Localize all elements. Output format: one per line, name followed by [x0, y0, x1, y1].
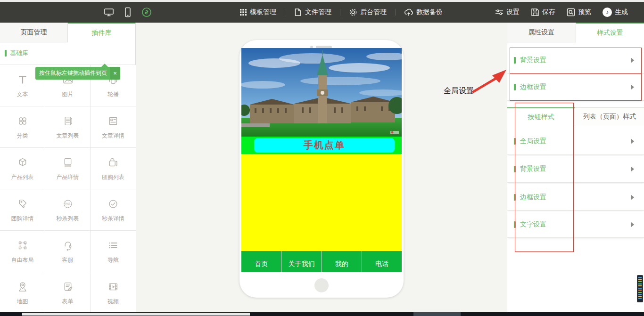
- drag-hint-tooltip: 按住鼠标左键拖动插件到页 ×: [35, 67, 120, 80]
- nav-item-about[interactable]: 关于我们: [281, 251, 321, 272]
- nav-item-home[interactable]: 首页: [241, 251, 281, 272]
- section-border-settings[interactable]: 边框设置: [507, 74, 644, 101]
- tab-button-style[interactable]: 按钮样式: [507, 107, 575, 126]
- video-icon: [106, 280, 120, 294]
- tab-label: 页面管理: [21, 28, 47, 37]
- chevron-right-icon: [631, 85, 634, 89]
- banner-button[interactable]: 手机点单: [254, 138, 395, 153]
- plugin-flashsale-list[interactable]: 秒杀 秒杀列表: [45, 189, 91, 231]
- hero-image[interactable]: [241, 48, 402, 137]
- article-list-icon: [61, 114, 75, 128]
- menu-data-backup[interactable]: 数据备份: [404, 8, 443, 16]
- content-placeholder-block[interactable]: [241, 154, 402, 251]
- generate-button[interactable]: ♪ 生成: [603, 8, 628, 17]
- topbar-menu: 模板管理 文件管理 后台管理 数据备份: [233, 2, 449, 23]
- monitor-icon: [104, 8, 114, 17]
- separator: [285, 9, 285, 16]
- style-subtabs: 按钮样式 列表（页面）样式: [507, 107, 644, 126]
- green-bar-icon: [514, 138, 516, 145]
- groupbuy-detail-icon: [16, 197, 30, 211]
- link-button[interactable]: [141, 7, 152, 17]
- phone-screen: 手机点单 首页 关于我们 我的 电话: [241, 48, 402, 272]
- tab-plugin-library[interactable]: 插件库: [68, 23, 135, 42]
- library-header: 基础库 按住鼠标左键拖动插件到页 ×: [0, 42, 135, 65]
- menu-file-management[interactable]: 文件管理: [294, 8, 331, 16]
- tab-label: 按钮样式: [528, 113, 554, 122]
- editor-canvas[interactable]: 手机点单 首页 关于我们 我的 电话: [136, 23, 507, 312]
- phone-icon: [124, 7, 131, 17]
- banner-strip-widget[interactable]: 手机点单: [241, 137, 402, 154]
- chevron-right-icon: [631, 58, 634, 63]
- flashsale-list-icon: 秒杀: [61, 197, 75, 211]
- section-label: 边框设置: [520, 83, 546, 91]
- tab-list-page-style[interactable]: 列表（页面）样式: [575, 107, 644, 126]
- phone-bottom-nav: 首页 关于我们 我的 电话: [241, 251, 402, 272]
- chevron-right-icon: [631, 222, 634, 227]
- topbar: 模板管理 文件管理 后台管理 数据备份 设置: [0, 2, 644, 23]
- green-bar-icon: [514, 84, 516, 90]
- plugin-video[interactable]: 视频: [91, 272, 136, 314]
- tooltip-close-button[interactable]: ×: [110, 67, 120, 80]
- plugin-article-detail[interactable]: 文章详情: [91, 106, 136, 148]
- form-icon: [61, 280, 75, 294]
- menu-template-management[interactable]: 模板管理: [239, 8, 276, 16]
- bottom-scrollbar-track: [0, 312, 644, 316]
- plugin-customer-service[interactable]: 客服: [45, 231, 91, 272]
- plugin-grid: 文本 图片 轮播 分类 文章列表 文章详情: [0, 65, 136, 314]
- grid-icon: [239, 8, 247, 16]
- action-label: 预览: [578, 8, 591, 16]
- plugin-product-list[interactable]: 产品列表: [0, 148, 45, 189]
- section-label: 边框设置: [520, 193, 546, 202]
- gear-icon: [349, 8, 357, 16]
- green-bar-icon: [514, 166, 516, 172]
- free-layout-icon: [16, 238, 30, 252]
- menu-label: 模板管理: [250, 8, 276, 16]
- menu-label: 后台管理: [360, 8, 387, 16]
- tab-page-management[interactable]: 页面管理: [0, 23, 68, 42]
- settings-button[interactable]: 设置: [495, 8, 520, 16]
- plugin-groupbuy-list[interactable]: 团购列表: [91, 148, 136, 189]
- plugin-map[interactable]: 地图: [0, 272, 45, 314]
- product-list-icon: [16, 155, 30, 170]
- save-button[interactable]: 保存: [531, 8, 555, 16]
- plugin-flashsale-detail[interactable]: 秒杀详情: [91, 189, 136, 231]
- plugin-form[interactable]: 表单: [45, 272, 91, 314]
- nav-item-phone[interactable]: 电话: [362, 251, 402, 272]
- tab-property-settings[interactable]: 属性设置: [507, 23, 576, 42]
- menu-label: 数据备份: [416, 8, 443, 16]
- preview-button[interactable]: 预览: [567, 8, 591, 16]
- action-label: 生成: [615, 8, 628, 16]
- desktop-view-button[interactable]: [104, 8, 114, 17]
- headset-icon: [61, 238, 75, 252]
- plugin-groupbuy-detail[interactable]: 团购详情: [0, 189, 45, 231]
- section-global-settings[interactable]: 全局设置: [507, 128, 644, 155]
- panel-tabs: 属性设置 样式设置: [507, 23, 644, 42]
- plugin-article-list[interactable]: 文章列表: [45, 106, 91, 148]
- plugin-free-layout[interactable]: 自由布局: [0, 231, 45, 272]
- section-text-settings[interactable]: 文字设置: [507, 211, 644, 238]
- mobile-view-button[interactable]: [124, 7, 131, 17]
- library-label-text: 基础库: [10, 49, 28, 57]
- plugin-category[interactable]: 分类: [0, 106, 45, 148]
- horizontal-scrollbar-thumb[interactable]: [22, 313, 250, 316]
- nav-item-mine[interactable]: 我的: [322, 251, 362, 272]
- section-background-settings[interactable]: 背景设置: [507, 47, 644, 73]
- section-button-border-settings[interactable]: 边框设置: [507, 184, 644, 211]
- device-toggle-group: [104, 2, 152, 23]
- phone-mockup: 手机点单 首页 关于我们 我的 电话: [239, 40, 404, 298]
- green-bar-icon: [514, 57, 516, 64]
- menu-backend-management[interactable]: 后台管理: [349, 8, 387, 16]
- tab-label: 列表（页面）样式: [583, 113, 636, 121]
- separator: [340, 9, 340, 16]
- link-icon: [141, 7, 152, 17]
- library-group-label: 基础库: [5, 49, 28, 57]
- tooltip-text: 按住鼠标左键拖动插件到页: [39, 69, 107, 77]
- menu-label: 文件管理: [305, 8, 331, 16]
- action-label: 设置: [506, 8, 520, 16]
- plugin-product-detail[interactable]: 产品详情: [45, 148, 91, 189]
- map-pin-icon: [16, 280, 30, 294]
- section-label: 背景设置: [520, 165, 546, 173]
- section-button-background-settings[interactable]: 背景设置: [507, 156, 644, 183]
- plugin-navigation[interactable]: 导航: [91, 231, 136, 272]
- tab-style-settings[interactable]: 样式设置: [576, 23, 644, 42]
